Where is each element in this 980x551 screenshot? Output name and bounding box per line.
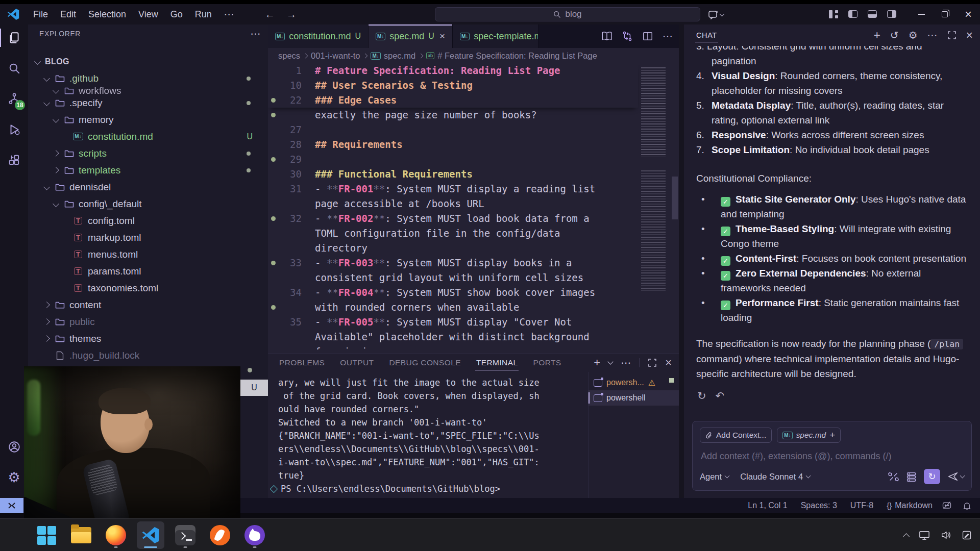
tree-item--hugo-build-lock[interactable]: .hugo_build.lock bbox=[28, 347, 268, 364]
new-terminal-icon[interactable] bbox=[594, 356, 600, 369]
panel-tab-debug-console[interactable]: DEBUG CONSOLE bbox=[388, 355, 461, 370]
editor-tab-spec-md[interactable]: spec.mdU× bbox=[369, 24, 453, 48]
tree-item-menus-toml[interactable]: menus.toml bbox=[28, 246, 268, 263]
notifications-bell-icon[interactable] bbox=[962, 501, 972, 511]
attached-file-pill[interactable]: spec.md + bbox=[777, 428, 841, 443]
taskbar-firefox-icon[interactable] bbox=[102, 521, 130, 549]
code-line[interactable]: 35- **FR-005**: System MUST display "Cov… bbox=[268, 315, 638, 330]
maximize-panel-icon[interactable] bbox=[648, 358, 657, 367]
code-line[interactable]: 22### Edge Cases bbox=[268, 93, 638, 108]
copilot-status-icon[interactable] bbox=[942, 500, 952, 511]
code-line[interactable]: 27 bbox=[268, 122, 638, 137]
tree-item-constitution-md[interactable]: constitution.mdU bbox=[28, 128, 268, 145]
panel-more-actions-icon[interactable] bbox=[621, 357, 631, 369]
tree-item-content[interactable]: content bbox=[28, 296, 268, 313]
model-dropdown[interactable]: Claude Sonnet 4 bbox=[740, 472, 810, 482]
new-chat-icon[interactable] bbox=[873, 29, 880, 42]
terminal-instance-powersh[interactable]: powersh... bbox=[589, 375, 679, 390]
code-line[interactable]: 10## User Scenarios & Testing bbox=[268, 78, 638, 93]
tree-item-templates[interactable]: templates bbox=[28, 162, 268, 179]
server-icon[interactable] bbox=[906, 471, 917, 482]
code-line[interactable]: page accessible at /books URL bbox=[268, 196, 638, 211]
code-line[interactable]: directory bbox=[268, 241, 638, 256]
regenerate-icon[interactable] bbox=[697, 388, 706, 403]
tree-item-workflows[interactable]: workflows bbox=[28, 87, 268, 94]
editor-scrollbar-thumb[interactable] bbox=[672, 177, 678, 219]
breadcrumb-item[interactable]: specs bbox=[278, 51, 300, 61]
panel-tab-ports[interactable]: PORTS bbox=[532, 355, 562, 370]
menu-selection[interactable]: Selection bbox=[82, 7, 132, 22]
tree-item-taxonomies-toml[interactable]: taxonomies.toml bbox=[28, 280, 268, 296]
tree-item-scripts[interactable]: scripts bbox=[28, 145, 268, 162]
chat-expand-icon[interactable] bbox=[947, 31, 957, 40]
explorer-more-actions-icon[interactable] bbox=[250, 28, 261, 40]
network-display-icon[interactable] bbox=[919, 530, 930, 540]
code-line[interactable]: 1# Feature Specification: Reading List P… bbox=[268, 63, 638, 78]
tree-item--specify[interactable]: .specify bbox=[28, 94, 268, 111]
tree-item-dennisdel[interactable]: dennisdel bbox=[28, 179, 268, 195]
code-line[interactable]: exactly the page size number of books? bbox=[268, 108, 638, 122]
code-line[interactable]: TOML configuration file in the config/da… bbox=[268, 226, 638, 241]
chat-tab[interactable]: CHAT bbox=[695, 26, 718, 44]
tree-item-memory[interactable]: memory bbox=[28, 111, 268, 128]
terminal-instance-powershell[interactable]: powershell bbox=[589, 390, 679, 406]
run-debug-activity-icon[interactable] bbox=[0, 116, 28, 143]
editor-tab-constitution-md[interactable]: constitution.mdU bbox=[268, 24, 369, 48]
undo-icon[interactable] bbox=[716, 388, 725, 403]
chat-history-icon[interactable] bbox=[890, 29, 899, 41]
status-utf-8[interactable]: UTF-8 bbox=[850, 501, 873, 510]
compare-changes-icon[interactable] bbox=[622, 31, 633, 42]
code-line[interactable]: 29 bbox=[268, 152, 638, 167]
code-line[interactable]: with rounded corners when available bbox=[268, 300, 638, 315]
tree-item-markup-toml[interactable]: markup.toml bbox=[28, 229, 268, 246]
add-context-button[interactable]: Add Context... bbox=[700, 428, 772, 443]
chat-input-card[interactable]: Add Context... spec.md + Add context (#)… bbox=[692, 421, 972, 491]
status-spaces-3[interactable]: Spaces: 3 bbox=[801, 501, 837, 510]
panel-tab-output[interactable]: OUTPUT bbox=[339, 355, 375, 370]
menu-go[interactable]: Go bbox=[164, 7, 189, 22]
panel-tab-problems[interactable]: PROBLEMS bbox=[278, 355, 326, 370]
split-editor-icon[interactable] bbox=[642, 31, 653, 42]
editor-tab-spec-template-m[interactable]: spec-template.m bbox=[453, 24, 538, 48]
editor-more-actions-icon[interactable] bbox=[663, 30, 673, 42]
search-box[interactable]: blog bbox=[435, 7, 700, 21]
breadcrumb-item[interactable]: spec.md bbox=[371, 51, 415, 61]
toggle-panel-icon[interactable] bbox=[868, 10, 877, 18]
menu-file[interactable]: File bbox=[27, 7, 54, 22]
code-editor[interactable]: 1# Feature Specification: Reading List P… bbox=[268, 63, 679, 353]
explorer-activity-icon[interactable] bbox=[0, 24, 28, 51]
add-attachment-icon[interactable]: + bbox=[829, 430, 835, 441]
code-line[interactable]: 30### Functional Requirements bbox=[268, 167, 638, 182]
forward-button[interactable]: → bbox=[283, 8, 300, 21]
tree-item-config-default[interactable]: config\_default bbox=[28, 195, 268, 212]
remote-indicator[interactable] bbox=[0, 498, 23, 513]
tree-item-themes[interactable]: themes bbox=[28, 330, 268, 347]
menu-view[interactable]: View bbox=[132, 7, 164, 22]
close-panel-icon[interactable] bbox=[665, 356, 672, 369]
panel-divider[interactable] bbox=[679, 24, 684, 498]
panel-tab-terminal[interactable]: TERMINAL bbox=[475, 355, 519, 370]
search-activity-icon[interactable] bbox=[0, 55, 28, 82]
copilot-titlebar-button[interactable] bbox=[708, 8, 731, 21]
chat-close-icon[interactable] bbox=[966, 29, 973, 42]
terminal-dropdown-icon[interactable] bbox=[607, 359, 613, 364]
breadcrumb-item[interactable]: # Feature Specification: Reading List Pa… bbox=[426, 51, 597, 61]
tree-item-params-toml[interactable]: params.toml bbox=[28, 263, 268, 280]
hidden-selected-row[interactable]: U bbox=[240, 380, 268, 396]
taskbar-start-icon[interactable] bbox=[33, 521, 60, 549]
source-control-activity-icon[interactable]: 18 bbox=[0, 86, 28, 112]
chat-settings-icon[interactable] bbox=[909, 29, 918, 41]
taskbar-terminal-icon[interactable] bbox=[172, 521, 199, 549]
taskbar-file-explorer-icon[interactable] bbox=[67, 521, 95, 549]
menubar-overflow-icon[interactable] bbox=[218, 6, 240, 22]
close-tab-icon[interactable]: × bbox=[439, 31, 445, 42]
toggle-sidebar-icon[interactable] bbox=[848, 10, 857, 18]
tree-item--github[interactable]: .github bbox=[28, 70, 268, 87]
chat-input[interactable]: Add context (#), extensions (@), command… bbox=[701, 451, 963, 462]
code-line[interactable]: 33- **FR-003**: System MUST display book… bbox=[268, 256, 638, 270]
toggle-secondary-sidebar-icon[interactable] bbox=[887, 10, 896, 18]
taskbar-github-desktop-icon[interactable] bbox=[241, 521, 268, 549]
volume-icon[interactable] bbox=[940, 530, 951, 540]
menu-edit[interactable]: Edit bbox=[54, 7, 82, 22]
status-markdown[interactable]: Markdown bbox=[887, 501, 933, 510]
